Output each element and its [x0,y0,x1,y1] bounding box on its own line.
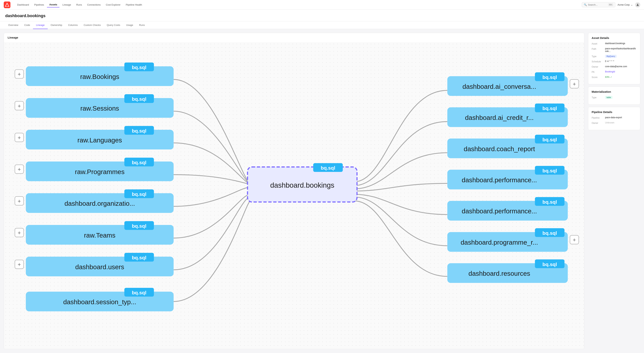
asset-detail-score: Score 83% ✓ [592,76,637,78]
value-pipeline: pace-data-export [605,116,637,119]
value-mat-type: table [605,96,612,99]
svg-text:+: + [18,103,21,109]
svg-point-3 [637,4,638,5]
node-raw-bookings[interactable]: + bq.sql raw.Bookings [15,62,174,86]
value-path: pace-export/tasks/dashboard/book... [605,47,637,52]
score-text: 83% [605,76,610,78]
tab-lineage[interactable]: Lineage [33,21,48,29]
chevron-down-icon: ⌄ [631,3,633,6]
page-title: dashboard.bookings [5,13,639,18]
label-path: Path [592,47,605,52]
tab-ownership[interactable]: Ownership [48,21,65,29]
svg-text:dashboard.bookings: dashboard.bookings [270,181,334,189]
lineage-section-title: Lineage [4,33,584,42]
node-dashboard-performance-2[interactable]: bq.sql dashboard.performance... [448,197,568,220]
svg-text:bq.sql: bq.sql [542,262,557,267]
label-score: Score [592,76,605,78]
label-asset: Asset [592,42,605,45]
svg-text:+: + [18,230,21,236]
tab-query-costs[interactable]: Query Costs [104,21,123,29]
node-dashboard-ai-credit[interactable]: bq.sql dashboard.ai_credit_r... [448,103,568,127]
value-type-badge: BigQuery [605,55,616,58]
node-raw-programmes[interactable]: + bq.sql raw.Programmes [15,158,174,181]
materialization-type-row: Type table [592,96,637,99]
node-dashboard-session-typ[interactable]: bq.sql dashboard.session_typ... [26,288,174,311]
user-avatar[interactable] [635,2,640,7]
svg-text:dashboard.organizatio...: dashboard.organizatio... [64,200,135,207]
svg-text:bq.sql: bq.sql [542,230,557,236]
tab-runs[interactable]: Runs [136,21,148,29]
value-owner: core-data@acme.com [605,65,637,68]
search-input[interactable] [588,3,607,6]
nav-pipelines[interactable]: Pipelines [32,2,46,7]
svg-text:dashboard.coach_report: dashboard.coach_report [464,145,535,152]
nav-cost-explorer[interactable]: Cost Explorer [104,2,123,7]
svg-text:bq.sql: bq.sql [542,106,557,111]
org-selector[interactable]: Acme Corp ⌄ [618,3,633,6]
svg-text:bq.sql: bq.sql [132,128,146,134]
search-box[interactable]: 🔍 ⌘K [582,2,615,7]
value-pipeline-owner: Unknown [605,121,614,124]
svg-text:+: + [18,71,21,77]
svg-text:bq.sql: bq.sql [542,74,557,80]
main-content: Lineage + − [0,29,644,353]
svg-text:raw.Sessions: raw.Sessions [80,105,119,112]
node-dashboard-users[interactable]: + bq.sql dashboard.users [15,253,174,276]
nav-links: Dashboard Pipelines Assets Lineage Runs … [15,2,582,7]
pipeline-detail-pipeline: Pipeline pace-data-export [592,116,637,119]
label-mat-type: Type [592,96,605,99]
svg-text:bq.sql: bq.sql [132,290,146,296]
tab-usage[interactable]: Usage [123,21,136,29]
pipeline-details-title: Pipeline Details [592,110,637,114]
nav-runs[interactable]: Runs [74,2,84,7]
value-pk[interactable]: BookingId [605,70,615,73]
svg-text:dashboard.performance...: dashboard.performance... [462,176,537,184]
node-dashboard-performance-1[interactable]: bq.sql dashboard.performance... [448,166,568,189]
lineage-panel: Lineage + − [4,33,584,349]
node-raw-languages[interactable]: + bq.sql raw.Languages [15,126,174,149]
svg-text:raw.Teams: raw.Teams [84,232,115,239]
node-dashboard-ai-conversa[interactable]: bq.sql dashboard.ai_conversa... + [448,72,579,96]
nav-lineage[interactable]: Lineage [60,2,73,7]
app-logo[interactable] [4,1,10,8]
nav-dashboard[interactable]: Dashboard [15,2,31,7]
node-dashboard-organizatio[interactable]: + bq.sql dashboard.organizatio... [15,189,174,213]
search-icon: 🔍 [584,3,587,6]
asset-detail-owner: Owner core-data@acme.com [592,65,637,68]
lineage-canvas[interactable]: + bq.sql raw.Bookings + bq.sql raw.Sessi… [4,42,584,349]
tab-columns[interactable]: Columns [65,21,81,29]
svg-text:+: + [18,198,21,204]
search-kbd: ⌘K [608,3,613,6]
pipeline-detail-owner: Owner Unknown [592,121,637,124]
nav-connections[interactable]: Connections [85,2,103,7]
node-dashboard-coach-report[interactable]: bq.sql dashboard.coach_report [448,135,568,158]
node-raw-teams[interactable]: + bq.sql raw.Teams [15,221,174,245]
tab-custom-checks[interactable]: Custom Checks [81,21,104,29]
svg-text:+: + [18,261,21,268]
svg-text:raw.Programmes: raw.Programmes [75,168,124,175]
svg-text:bq.sql: bq.sql [132,223,146,229]
svg-text:bq.sql: bq.sql [542,199,557,205]
svg-text:bq.sql: bq.sql [132,65,146,70]
svg-text:raw.Bookings: raw.Bookings [80,73,119,80]
top-navigation: Dashboard Pipelines Assets Lineage Runs … [0,0,644,10]
asset-details-card: Asset Details Asset dashboard.bookings P… [588,33,640,84]
svg-text:raw.Languages: raw.Languages [78,136,122,144]
svg-text:+: + [573,237,576,243]
asset-detail-schedule: Schedule 0 4 * * * [592,60,637,63]
svg-text:bq.sql: bq.sql [132,192,146,197]
asset-detail-pk: PK BookingId [592,70,637,73]
asset-details-title: Asset Details [592,36,637,39]
tab-code[interactable]: Code [21,21,33,29]
materialization-title: Materialization [592,90,637,93]
svg-text:dashboard.performance...: dashboard.performance... [462,208,537,215]
node-dashboard-resources[interactable]: bq.sql dashboard.resources [448,259,568,283]
node-raw-sessions[interactable]: + bq.sql raw.Sessions [15,94,174,118]
node-dashboard-bookings-center[interactable]: bq.sql dashboard.bookings [248,163,357,202]
node-dashboard-programme[interactable]: bq.sql dashboard.programme_r... + [448,228,579,252]
svg-text:bq.sql: bq.sql [132,255,146,261]
nav-pipeline-health[interactable]: Pipeline Health [124,2,144,7]
nav-assets[interactable]: Assets [47,2,60,7]
svg-text:bq.sql: bq.sql [542,168,557,174]
tab-overview[interactable]: Overview [5,21,21,29]
